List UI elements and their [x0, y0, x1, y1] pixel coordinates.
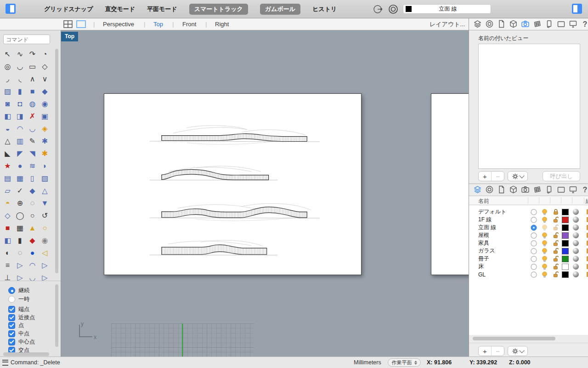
layer-visibility-bulb-icon[interactable] [541, 255, 548, 262]
panel-tab-scroll-icon[interactable] [544, 19, 554, 29]
layer-row-5[interactable]: ガラス [469, 247, 588, 255]
viewport-title-badge[interactable]: Top [61, 32, 78, 41]
tool-icon-4[interactable]: ◎ [1, 60, 14, 73]
layer-lock-icon[interactable] [552, 271, 559, 278]
tool-icon-12[interactable]: ▨ [1, 85, 14, 98]
layer-color-swatch[interactable] [562, 240, 569, 247]
osnap-checkbox-4[interactable]: 中心点 [8, 338, 35, 345]
tool-icon-73[interactable]: ▷ [14, 271, 26, 281]
command-history-line[interactable]: Command: _Delete [11, 357, 60, 368]
tool-icon-52[interactable]: ◇ [1, 209, 14, 222]
named-views-remove-button[interactable]: − [491, 172, 504, 181]
layer-current-radio[interactable] [530, 271, 537, 278]
layer-material-sphere[interactable] [573, 217, 579, 223]
layer-row-8[interactable]: GL [469, 270, 588, 278]
layer-color-swatch[interactable] [562, 217, 569, 223]
tool-icon-65[interactable]: ◌ [14, 247, 26, 259]
layers-gear-button[interactable] [508, 346, 528, 356]
tool-icon-6[interactable]: ▭ [26, 60, 39, 73]
tool-icon-16[interactable]: ◙ [1, 98, 14, 110]
tool-icon-2[interactable]: ↷ [26, 48, 39, 60]
named-views-gear-button[interactable] [508, 171, 528, 181]
layer-visibility-bulb-icon[interactable] [541, 271, 548, 278]
view-tab-front[interactable]: Front [182, 18, 196, 30]
view-tab-top[interactable]: Top [153, 18, 163, 30]
panel-tab-rectangle-icon[interactable] [556, 19, 566, 29]
layer-current-radio[interactable] [530, 232, 537, 239]
panel-tab-page-icon[interactable] [497, 19, 506, 29]
named-views-list[interactable] [478, 44, 580, 169]
layer-visibility-bulb-icon[interactable] [541, 208, 548, 215]
panel-tab-grid-icon[interactable] [532, 185, 542, 195]
tool-palette-scrollbar[interactable] [55, 49, 58, 273]
tool-icon-61[interactable]: ▮ [14, 234, 26, 247]
layer-lock-icon[interactable] [552, 216, 559, 223]
tool-icon-59[interactable]: ○ [39, 222, 51, 234]
osnap-radio-0[interactable]: 継続 [8, 287, 29, 294]
layer-color-swatch[interactable] [562, 248, 569, 254]
panel-tab-target-icon[interactable] [485, 19, 494, 29]
layer-visibility-bulb-icon[interactable] [541, 240, 548, 247]
tool-icon-40[interactable]: ▤ [1, 172, 14, 184]
layer-lock-icon[interactable] [552, 247, 559, 254]
layer-row-3[interactable]: 屋根 [469, 231, 588, 239]
tool-icon-51[interactable]: ▼ [39, 197, 51, 209]
osnap-radio-1[interactable]: 一時 [8, 295, 29, 303]
current-layer-field[interactable]: 立面 線 [403, 4, 491, 14]
command-search-input[interactable] [3, 34, 50, 44]
tool-icon-60[interactable]: ◧ [1, 234, 14, 247]
panel-tab-camera-icon[interactable] [520, 19, 530, 29]
tool-icon-25[interactable]: ◠ [14, 122, 26, 135]
tool-icon-63[interactable]: ◉ [39, 234, 51, 247]
layer-lock-icon[interactable] [552, 240, 559, 247]
osnap-checkbox-0[interactable]: 端点 [8, 305, 29, 313]
tool-icon-54[interactable]: ○ [26, 209, 39, 222]
layer-color-swatch[interactable] [562, 264, 569, 270]
tool-icon-57[interactable]: ▦ [14, 222, 26, 234]
toggle-left-sidebar-icon[interactable] [6, 4, 16, 14]
panel-tab-camera-icon[interactable] [520, 185, 530, 195]
panel-tab-rectangle-icon[interactable] [556, 185, 566, 195]
panel-tab-box-icon[interactable] [509, 185, 518, 195]
tool-icon-39[interactable]: ◗ [39, 160, 51, 172]
tool-icon-64[interactable]: ◐ [1, 247, 14, 259]
named-views-recall-button[interactable]: 呼び出し [543, 171, 580, 181]
tool-icon-71[interactable]: ▷ [39, 259, 51, 271]
tool-icon-37[interactable]: ● [14, 160, 26, 172]
layer-visibility-bulb-icon[interactable] [541, 247, 548, 254]
layer-lock-icon[interactable] [552, 232, 559, 239]
layout-sheet-1[interactable] [104, 93, 362, 275]
tool-icon-3[interactable]: ◔ [39, 48, 51, 60]
tool-icon-55[interactable]: ↺ [39, 209, 51, 222]
layer-current-radio[interactable] [530, 255, 537, 262]
layer-current-radio[interactable] [530, 224, 537, 231]
tool-icon-72[interactable]: ⊥ [1, 271, 14, 281]
tool-icon-58[interactable]: ▲ [26, 222, 39, 234]
layer-material-sphere[interactable] [573, 209, 579, 215]
osnap-hscrollbar[interactable] [3, 352, 49, 356]
tool-icon-70[interactable]: ◠ [26, 259, 39, 271]
tool-icon-43[interactable]: ▧ [39, 172, 51, 184]
layer-current-radio[interactable] [530, 208, 537, 215]
layer-row-7[interactable]: 床 [469, 263, 588, 270]
gumball-indicator-icon[interactable] [388, 4, 398, 14]
tool-icon-74[interactable]: ◡ [26, 271, 39, 281]
command-menu-icon[interactable] [2, 357, 8, 368]
tool-icon-62[interactable]: ◆ [26, 234, 39, 247]
layer-lock-icon[interactable] [552, 208, 559, 215]
tool-icon-22[interactable]: ✗ [26, 110, 39, 122]
layer-visibility-bulb-icon[interactable] [541, 224, 548, 231]
tool-icon-66[interactable]: ● [26, 247, 39, 259]
tool-icon-15[interactable]: ◆ [39, 85, 51, 98]
panel-tab-layers-icon[interactable] [473, 19, 482, 29]
tool-icon-14[interactable]: ■ [26, 85, 39, 98]
panel-tab-help-icon[interactable]: ? [580, 19, 588, 29]
layout-sheet-2[interactable] [431, 93, 469, 275]
layer-color-swatch[interactable] [562, 232, 569, 239]
layer-material-sphere[interactable] [573, 240, 579, 246]
panel-tab-layers-icon[interactable] [473, 185, 482, 195]
layers-hscrollbar[interactable] [473, 337, 555, 340]
tool-icon-7[interactable]: ◇ [39, 60, 51, 73]
view-tab-perspective[interactable]: Perspective [103, 18, 134, 30]
tool-icon-49[interactable]: ⊕ [14, 197, 26, 209]
